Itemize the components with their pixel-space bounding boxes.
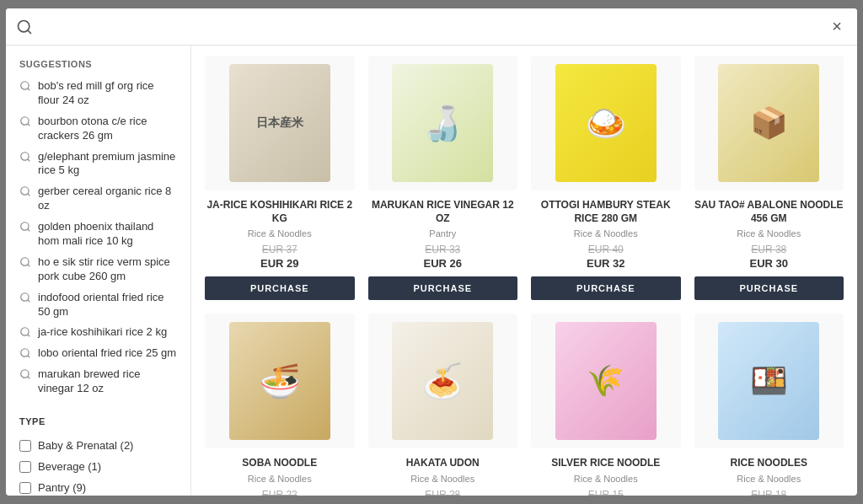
- suggestion-item[interactable]: gerber cereal organic rice 8 oz: [19, 181, 177, 217]
- svg-point-18: [21, 349, 29, 357]
- product-category-2: Pantry: [429, 228, 456, 239]
- search-icon: [19, 368, 31, 380]
- product-category-7: Rice & Noodles: [574, 474, 638, 484]
- svg-point-4: [21, 117, 29, 125]
- svg-line-3: [28, 88, 30, 91]
- svg-line-5: [28, 123, 30, 126]
- product-category-5: Rice & Noodles: [248, 474, 312, 484]
- suggestion-item[interactable]: golden phoenix thailand hom mali rice 10…: [19, 217, 177, 252]
- product-card-6: HAKATA UDON Rice & Noodles EUR 28 EUR 22: [368, 314, 518, 496]
- product-card-7: SILVER RICE NOODLE Rice & Noodles EUR 15…: [531, 314, 681, 496]
- svg-point-8: [21, 187, 29, 195]
- svg-point-16: [21, 328, 29, 335]
- modal-body: Suggestions bob's red mill gf org rice f…: [6, 46, 857, 496]
- search-icon: [19, 80, 31, 92]
- product-card-2: MARUKAN RICE VINEGAR 12 OZ Pantry EUR 33…: [368, 56, 518, 300]
- product-image-placeholder-5: [229, 322, 330, 440]
- modal-overlay: RICE × Suggestions bob's red mill gf org…: [0, 0, 863, 504]
- suggestion-item[interactable]: g/elephant premium jasmine rice 5 kg: [19, 147, 177, 182]
- product-price-sale-4: EUR 30: [749, 257, 788, 270]
- suggestion-item[interactable]: marukan brewed rice vinegar 12 oz: [19, 364, 177, 399]
- svg-line-1: [28, 29, 31, 33]
- filter-checkbox-pantry[interactable]: [19, 482, 31, 494]
- search-icon: [19, 326, 31, 338]
- product-image-1: [205, 56, 355, 190]
- product-price-original-1: EUR 37: [262, 244, 297, 255]
- product-image-placeholder-1: [229, 64, 330, 182]
- product-price-sale-2: EUR 26: [423, 257, 462, 270]
- svg-line-7: [28, 158, 30, 161]
- purchase-button-2[interactable]: PURCHASE: [368, 276, 518, 300]
- product-image-6: [368, 314, 518, 448]
- suggestion-item[interactable]: ja-rice koshihikari rice 2 kg: [19, 322, 177, 343]
- product-image-placeholder-6: [392, 322, 493, 440]
- product-name-3: OTTOGI HAMBURY STEAK RICE 280 GM: [531, 199, 681, 225]
- product-card-3: OTTOGI HAMBURY STEAK RICE 280 GM Rice & …: [531, 56, 681, 300]
- product-name-7: SILVER RICE NOODLE: [551, 457, 660, 470]
- product-category-3: Rice & Noodles: [574, 228, 638, 239]
- product-price-original-5: EUR 22: [262, 489, 297, 496]
- search-modal: RICE × Suggestions bob's red mill gf org…: [6, 8, 857, 496]
- suggestion-item[interactable]: ho e sik stir rice verm spice pork cube …: [19, 252, 177, 287]
- product-image-8: [694, 314, 844, 448]
- search-icon: [19, 115, 31, 127]
- product-price-original-8: EUR 18: [751, 489, 786, 496]
- suggestions-list: bob's red mill gf org rice flour 24 oz b…: [19, 76, 177, 399]
- filter-baby-prenatal[interactable]: Baby & Prenatal (2): [19, 435, 177, 456]
- svg-line-17: [28, 335, 30, 337]
- svg-point-6: [21, 152, 29, 159]
- filter-pantry[interactable]: Pantry (9): [19, 477, 177, 496]
- svg-line-15: [28, 299, 30, 302]
- svg-point-10: [21, 223, 29, 230]
- product-category-4: Rice & Noodles: [737, 228, 801, 239]
- product-name-1: JA-RICE KOSHIHIKARI RICE 2 KG: [205, 199, 355, 225]
- suggestion-item[interactable]: bourbon otona c/e rice crackers 26 gm: [19, 111, 177, 147]
- filter-beverage[interactable]: Beverage (1): [19, 456, 177, 477]
- suggestion-item[interactable]: lobo oriental fried rice 25 gm: [19, 343, 177, 364]
- sidebar: Suggestions bob's red mill gf org rice f…: [6, 46, 191, 496]
- product-price-original-7: EUR 15: [588, 489, 624, 496]
- svg-point-20: [21, 370, 29, 378]
- suggestion-item[interactable]: bob's red mill gf org rice flour 24 oz: [19, 76, 177, 111]
- search-icon: [19, 151, 31, 163]
- svg-point-2: [21, 82, 29, 89]
- product-name-6: HAKATA UDON: [406, 457, 480, 470]
- suggestion-item[interactable]: indofood oriental fried rice 50 gm: [19, 287, 177, 323]
- product-category-8: Rice & Noodles: [737, 474, 801, 484]
- product-price-original-6: EUR 28: [425, 489, 460, 496]
- product-price-sale-1: EUR 29: [260, 257, 299, 270]
- search-icon: [19, 185, 31, 197]
- product-name-8: RICE NOODLES: [731, 457, 807, 470]
- search-input[interactable]: RICE: [33, 16, 827, 38]
- purchase-button-1[interactable]: PURCHASE: [205, 276, 355, 300]
- type-filter-section: Type Baby & Prenatal (2) Beverage (1) Pa…: [19, 416, 177, 496]
- product-price-original-3: EUR 40: [588, 244, 624, 255]
- svg-line-19: [28, 356, 30, 358]
- search-icon: [19, 256, 31, 268]
- product-price-original-4: EUR 38: [751, 244, 786, 255]
- svg-line-13: [28, 265, 30, 267]
- search-icon: [19, 292, 31, 303]
- product-image-placeholder-2: [392, 64, 493, 182]
- product-price-original-2: EUR 33: [425, 244, 460, 255]
- svg-line-21: [28, 377, 30, 379]
- filter-checkbox-baby[interactable]: [19, 440, 31, 452]
- svg-point-12: [21, 258, 29, 265]
- close-button[interactable]: ×: [827, 15, 847, 38]
- product-image-placeholder-7: [555, 322, 657, 440]
- search-icon: [19, 221, 31, 233]
- product-name-4: SAU TAO# ABALONE NOODLE 456 GM: [694, 199, 844, 225]
- product-category-6: Rice & Noodles: [410, 474, 474, 484]
- product-card-4: SAU TAO# ABALONE NOODLE 456 GM Rice & No…: [694, 56, 844, 300]
- search-bar: RICE ×: [6, 8, 857, 46]
- product-card-8: RICE NOODLES Rice & Noodles EUR 18 EUR 1…: [694, 314, 844, 496]
- product-image-3: [531, 56, 681, 190]
- products-content: JA-RICE KOSHIHIKARI RICE 2 KG Rice & Noo…: [191, 46, 857, 496]
- filter-checkbox-beverage[interactable]: [19, 461, 31, 473]
- product-name-2: MARUKAN RICE VINEGAR 12 OZ: [368, 199, 518, 225]
- search-icon: [16, 19, 33, 35]
- suggestions-label: Suggestions: [19, 59, 177, 69]
- purchase-button-3[interactable]: PURCHASE: [531, 276, 681, 300]
- purchase-button-4[interactable]: PURCHASE: [694, 276, 844, 300]
- product-card-1: JA-RICE KOSHIHIKARI RICE 2 KG Rice & Noo…: [205, 56, 355, 300]
